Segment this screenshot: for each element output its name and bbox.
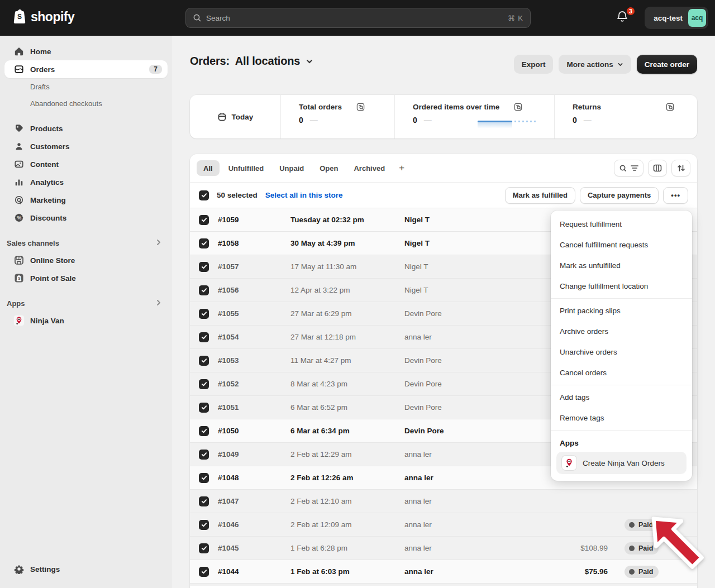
row-checkbox[interactable] xyxy=(199,379,209,389)
menu-item-change-fulfillment-location[interactable]: Change fulfillment location xyxy=(551,276,692,297)
sidebar-item-content[interactable]: Content xyxy=(4,155,168,173)
more-actions-button[interactable]: More actions xyxy=(559,55,631,74)
row-checkbox[interactable] xyxy=(199,543,209,553)
date-range-button[interactable]: Today xyxy=(190,95,281,138)
table-row[interactable]: #1047 2 Feb at 12:10 am anna ler xyxy=(190,489,697,513)
order-customer: Nigel T xyxy=(404,286,546,294)
shopify-logo[interactable]: S shopify xyxy=(12,9,74,25)
more-bulk-actions-button[interactable]: ••• xyxy=(663,187,688,204)
row-checkbox[interactable] xyxy=(199,332,209,342)
sidebar-item-products[interactable]: Products xyxy=(4,119,168,137)
metric-total-orders[interactable]: Total orders 0— xyxy=(281,95,395,138)
tab-open[interactable]: Open xyxy=(313,160,345,176)
export-button[interactable]: Export xyxy=(514,55,554,74)
table-row[interactable]: #1046 2 Feb at 12:09 am anna ler Paid xyxy=(190,513,697,536)
order-number: #1055 xyxy=(209,309,290,318)
menu-item-unarchive-orders[interactable]: Unarchive orders xyxy=(551,342,692,362)
menu-item-mark-as-unfulfilled[interactable]: Mark as unfulfilled xyxy=(551,255,692,276)
orders-icon xyxy=(13,64,25,75)
sidebar-item-marketing[interactable]: Marketing xyxy=(4,191,168,209)
row-checkbox[interactable] xyxy=(199,403,209,413)
sidebar-item-analytics[interactable]: Analytics xyxy=(4,173,168,191)
row-checkbox[interactable] xyxy=(199,215,209,225)
order-number: #1047 xyxy=(209,497,290,505)
row-checkbox[interactable] xyxy=(199,309,209,319)
sidebar-item-point-of-sale[interactable]: S Point of Sale xyxy=(4,269,168,287)
menu-item-remove-tags[interactable]: Remove tags xyxy=(551,408,692,428)
sort-button[interactable] xyxy=(671,160,690,176)
row-checkbox[interactable] xyxy=(199,238,209,248)
paid-badge: Paid xyxy=(625,566,659,578)
sidebar-item-customers[interactable]: Customers xyxy=(4,137,168,155)
paid-status-dot xyxy=(629,569,635,575)
menu-item-cancel-fulfillment-requests[interactable]: Cancel fulfillment requests xyxy=(551,235,692,255)
sidebar-item-discounts[interactable]: % Discounts xyxy=(4,209,168,227)
tab-unfulfilled[interactable]: Unfulfilled xyxy=(222,160,271,176)
sidebar-item-label: Orders xyxy=(30,65,55,74)
shopify-bag-icon: S xyxy=(12,9,27,25)
tab-unpaid[interactable]: Unpaid xyxy=(273,160,311,176)
tab-all[interactable]: All xyxy=(197,160,220,176)
menu-item-archive-orders[interactable]: Archive orders xyxy=(551,321,692,342)
row-checkbox[interactable] xyxy=(199,450,209,460)
metric-returns[interactable]: Returns 0— xyxy=(555,95,694,138)
search-filter-button[interactable] xyxy=(614,160,644,176)
filter-icon xyxy=(631,165,638,171)
sales-channels-header[interactable]: Sales channels xyxy=(4,235,168,251)
menu-item-create-ninja-van-orders[interactable]: Create Ninja Van Orders xyxy=(556,452,687,474)
order-number: #1053 xyxy=(209,356,290,365)
global-search[interactable]: ⌘ K xyxy=(185,8,531,28)
order-customer: Nigel T xyxy=(404,262,546,271)
tab-archived[interactable]: Archived xyxy=(347,160,392,176)
sidebar-item-label: Analytics xyxy=(30,178,64,187)
row-checkbox[interactable] xyxy=(199,496,209,506)
menu-item-add-tags[interactable]: Add tags xyxy=(551,387,692,408)
create-order-button[interactable]: Create order xyxy=(637,55,697,74)
sidebar-item-home[interactable]: Home xyxy=(4,42,168,60)
order-number: #1049 xyxy=(209,450,290,458)
select-all-checkbox[interactable] xyxy=(199,190,209,200)
order-total: $108.99 xyxy=(546,544,608,552)
notifications-button[interactable]: 3 xyxy=(616,10,632,27)
row-checkbox[interactable] xyxy=(199,473,209,483)
sidebar-item-ninja-van[interactable]: Ninja Van xyxy=(4,312,168,329)
order-number: #1045 xyxy=(209,544,290,552)
order-date: 2 Feb at 12:10 am xyxy=(290,497,404,505)
payment-status-cell: Paid xyxy=(608,542,697,554)
page-title-location-selector[interactable]: Orders: All locations xyxy=(190,55,313,68)
select-all-store-link[interactable]: Select all in this store xyxy=(265,191,343,199)
menu-item-print-packing-slips[interactable]: Print packing slips xyxy=(551,300,692,321)
sidebar-item-drafts[interactable]: Drafts xyxy=(4,78,168,95)
order-number: #1050 xyxy=(209,427,290,435)
table-row[interactable]: #1044 1 Feb at 6:03 pm anna ler $75.96 P… xyxy=(190,560,697,583)
row-checkbox[interactable] xyxy=(199,567,209,577)
menu-item-cancel-orders[interactable]: Cancel orders xyxy=(551,362,692,383)
account-menu-button[interactable]: acq-test acq xyxy=(645,7,708,29)
order-customer: anna ler xyxy=(404,520,546,529)
gear-icon xyxy=(13,563,25,575)
row-checkbox[interactable] xyxy=(199,356,209,366)
table-row[interactable]: #1045 1 Feb at 6:28 pm anna ler $108.99 … xyxy=(190,536,697,560)
row-checkbox[interactable] xyxy=(199,262,209,272)
mark-as-fulfilled-button[interactable]: Mark as fulfilled xyxy=(505,187,575,204)
menu-app-item-label: Create Ninja Van Orders xyxy=(583,459,665,467)
row-checkbox[interactable] xyxy=(199,520,209,530)
sidebar-item-label: Settings xyxy=(30,565,60,573)
sidebar-item-online-store[interactable]: Online Store xyxy=(4,251,168,269)
order-number: #1046 xyxy=(209,520,290,529)
sidebar-item-label: Home xyxy=(30,47,51,56)
capture-payments-button[interactable]: Capture payments xyxy=(580,187,659,204)
menu-item-request-fulfillment[interactable]: Request fulfillment xyxy=(551,214,692,235)
order-date: 1 Feb at 6:28 pm xyxy=(290,544,404,552)
row-checkbox[interactable] xyxy=(199,285,209,295)
columns-button[interactable] xyxy=(648,160,667,176)
storefront-icon xyxy=(13,255,25,266)
add-view-button[interactable]: + xyxy=(394,160,409,176)
row-checkbox[interactable] xyxy=(199,426,209,436)
sidebar-item-settings[interactable]: Settings xyxy=(4,560,168,578)
sidebar-item-orders[interactable]: Orders 7 xyxy=(4,60,168,78)
apps-header[interactable]: Apps xyxy=(4,295,168,312)
sidebar-item-abandoned-checkouts[interactable]: Abandoned checkouts xyxy=(4,95,168,112)
search-input[interactable] xyxy=(206,14,503,22)
metric-ordered-items[interactable]: Ordered items over time 0— xyxy=(395,95,555,138)
